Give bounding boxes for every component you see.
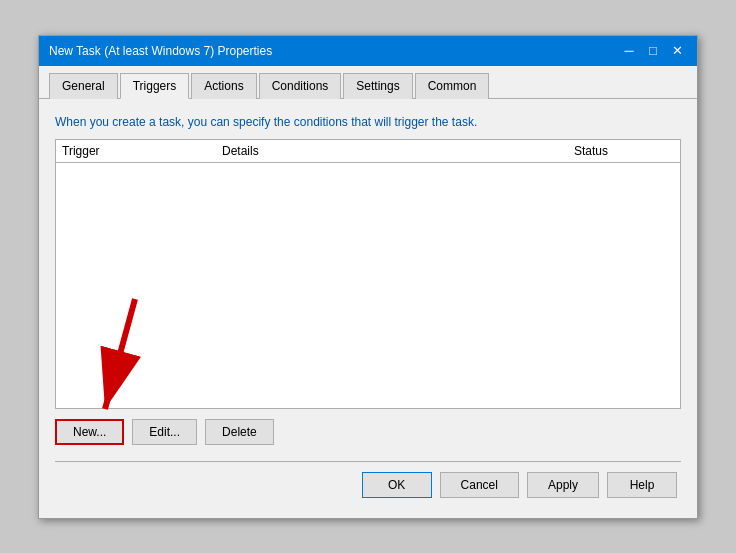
column-trigger: Trigger (62, 144, 222, 158)
ok-button[interactable]: OK (362, 472, 432, 498)
tab-triggers[interactable]: Triggers (120, 73, 190, 99)
new-button[interactable]: New... (55, 419, 124, 445)
column-details: Details (222, 144, 574, 158)
action-buttons: New... Edit... Delete (55, 419, 681, 445)
tab-actions[interactable]: Actions (191, 73, 256, 99)
cancel-button[interactable]: Cancel (440, 472, 519, 498)
title-bar: New Task (At least Windows 7) Properties… (39, 36, 697, 66)
apply-button[interactable]: Apply (527, 472, 599, 498)
delete-button[interactable]: Delete (205, 419, 274, 445)
divider (55, 461, 681, 462)
tab-general[interactable]: General (49, 73, 118, 99)
main-window: New Task (At least Windows 7) Properties… (38, 35, 698, 519)
table-body (56, 163, 680, 393)
minimize-button[interactable]: ─ (619, 42, 639, 60)
close-button[interactable]: ✕ (667, 42, 687, 60)
tab-settings[interactable]: Settings (343, 73, 412, 99)
info-text: When you create a task, you can specify … (55, 115, 681, 129)
tab-content: When you create a task, you can specify … (39, 99, 697, 518)
triggers-table: Trigger Details Status (55, 139, 681, 409)
help-button[interactable]: Help (607, 472, 677, 498)
title-bar-controls: ─ □ ✕ (619, 42, 687, 60)
column-status: Status (574, 144, 674, 158)
tabs-bar: General Triggers Actions Conditions Sett… (39, 66, 697, 99)
dialog-buttons: OK Cancel Apply Help (55, 472, 681, 506)
maximize-button[interactable]: □ (643, 42, 663, 60)
table-header: Trigger Details Status (56, 140, 680, 163)
edit-button[interactable]: Edit... (132, 419, 197, 445)
tab-common[interactable]: Common (415, 73, 490, 99)
window-title: New Task (At least Windows 7) Properties (49, 44, 272, 58)
tab-conditions[interactable]: Conditions (259, 73, 342, 99)
